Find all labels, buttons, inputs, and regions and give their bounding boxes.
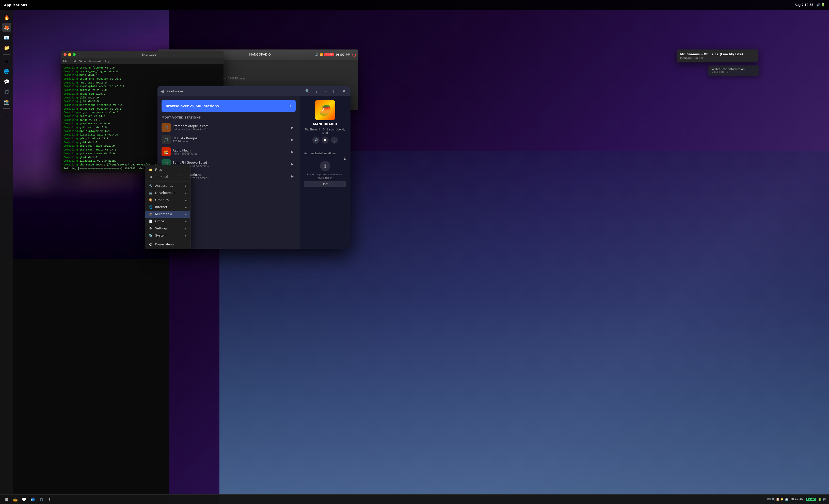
app-menu-arrow-development: ▶ (185, 192, 187, 194)
desktop: Applications Aug 7 10:35 🔊 🔋 🔥 🦊 📧 📁 ⚙ 🌐… (0, 0, 829, 504)
terminal-line-2: Compiling pretty_env_logger v0.4.0 (64, 70, 221, 74)
sidebar-icon-email[interactable]: 📧 (2, 33, 11, 42)
terminal-max-btn[interactable] (73, 53, 76, 56)
radio-bg-title: MANGORADIO (249, 53, 271, 56)
sw-browse-text: Browse over 25,500 stations (166, 104, 219, 108)
terminal-menu-edit[interactable]: Edit (71, 60, 76, 63)
sw-open-button[interactable]: Open (304, 181, 347, 187)
terminal-title: Shortsave (142, 53, 156, 56)
terminal-line-3: Compiling mdns v0.3.2 (64, 73, 221, 77)
app-menu-item-power[interactable]: ⏻ Power Menu (145, 241, 190, 248)
sw-station-play-2[interactable]: ▶ (289, 136, 296, 143)
v-sub: MANGORADIO 1.0 (711, 71, 756, 74)
sidebar: 🔥 🦊 📧 📁 ⚙ 🌐 💬 🎵 📸 ⋯ (0, 10, 13, 504)
sidebar-icon-music[interactable]: 🎵 (2, 87, 11, 96)
sw-divider-1 (304, 148, 347, 148)
sw-station-row-1[interactable]: 🎵 Prambors otopikus.com Indonesia (Java … (159, 121, 298, 133)
app-menu-item-office[interactable]: 📄 Office ▶ (145, 218, 190, 225)
app-menu-arrow-system: ▶ (185, 234, 187, 237)
taskbar-icon-4[interactable]: 🎵 (38, 496, 45, 503)
sidebar-icon-files[interactable]: 📁 (2, 43, 11, 52)
sidebar-icon-settings[interactable]: ⚙ (2, 56, 11, 66)
sw-station-play-5[interactable]: ▶ (289, 172, 296, 180)
sw-more-btn[interactable]: ⋮ (331, 137, 338, 144)
terminal-menu-help[interactable]: Help (104, 60, 110, 63)
app-menu-label-development: Development (155, 191, 176, 195)
app-menu-item-accessories[interactable]: 🔧 Accessories ▶ (145, 182, 190, 189)
sw-info-icon: ℹ (320, 161, 330, 171)
v-title: Verbraucherinformation (711, 68, 756, 71)
sw-station-info-2: REYFM - Bongnal 12376 Votes (173, 137, 287, 143)
app-menu-arrow-office: ▶ (185, 220, 187, 223)
app-menu-label-internet: Internet (155, 205, 167, 209)
app-menu-item-settings[interactable]: ⚙ Settings ▶ (145, 225, 190, 232)
taskbar-icon-apps[interactable]: ⊞ (3, 496, 10, 503)
sw-back-button[interactable]: ◀ (160, 89, 164, 94)
taskbar-icon-5[interactable]: ⬇ (46, 496, 53, 503)
app-menu-item-development[interactable]: 💻 Development ▶ (145, 189, 190, 196)
app-menu-sep (145, 181, 190, 182)
sw-station-row-2[interactable]: 🎵 REYFM - Bongnal 12376 Votes ▶ (159, 133, 298, 146)
sw-station-play-3[interactable]: ▶ (289, 148, 296, 155)
sw-menu-btn[interactable]: ⋮ (313, 87, 320, 95)
app-menu-label-files: Files (155, 168, 162, 171)
app-menu-item-multimedia[interactable]: 🎬 Multimedia ▶ (145, 210, 190, 218)
terminal-menu-file[interactable]: File (63, 60, 68, 63)
sidebar-sep-2 (3, 108, 10, 109)
terminal-menu-terminal[interactable]: Terminal (89, 60, 101, 63)
terminal-titlebar: Shortsave (61, 51, 223, 59)
radio-time: 03:07 PM (336, 53, 351, 56)
app-menu-label-graphics: Graphics (155, 198, 169, 202)
app-menu-icon-settings: ⚙ (149, 226, 153, 230)
app-menu-arrow-settings: ▶ (185, 227, 187, 230)
app-menu-item-terminal[interactable]: 🖥 Terminal (145, 173, 190, 181)
taskbar-icon-2[interactable]: 💬 (20, 496, 28, 503)
sw-station-row-3[interactable]: 📻 Radio Mechi India - 10289 Votes ▶ (159, 146, 298, 158)
sw-stop-btn[interactable]: ⏹ (322, 137, 329, 144)
radio-power-btn[interactable]: ⏻ (352, 52, 356, 57)
sidebar-icon-fire[interactable]: 🔥 (2, 13, 11, 22)
app-menu-icon-multimedia: 🎬 (149, 212, 153, 216)
sw-download-icon: ⬇ (344, 157, 347, 161)
app-menu-icon-files: 📁 (149, 168, 153, 172)
sidebar-icon-grid[interactable]: ⋯ (2, 111, 11, 120)
app-menu-arrow-multimedia: ▶ (185, 213, 187, 216)
sw-close-btn[interactable]: ✕ (340, 87, 348, 95)
sidebar-icon-firefox[interactable]: 🦊 (2, 23, 11, 32)
terminal-close-btn[interactable] (64, 53, 67, 56)
app-menu-icon-system: 🔩 (149, 233, 153, 237)
app-menu-sep-2 (145, 240, 190, 240)
taskbar-left: ⊞ 📻 💬 📬 🎵 ⬇ (3, 496, 53, 503)
app-menu-icon-internet: 🌐 (149, 205, 153, 209)
app-menu-item-system[interactable]: 🔩 System ▶ (145, 232, 190, 239)
sw-browse-banner[interactable]: Browse over 25,500 stations → (161, 100, 296, 112)
app-menu-icon-graphics: 🎨 (149, 198, 153, 202)
sw-station-name-3: Radio Mechi (173, 149, 287, 152)
app-menu-item-internet[interactable]: 🌐 Internet ▶ (145, 203, 190, 210)
taskbar-icon-3[interactable]: 📬 (29, 496, 36, 503)
sw-download-btn[interactable]: ⬇ (304, 157, 347, 161)
terminal-min-btn[interactable] (68, 53, 71, 56)
sidebar-icon-web[interactable]: 🌐 (2, 67, 11, 76)
sidebar-icon-chat[interactable]: 💬 (2, 77, 11, 86)
sw-station-play-4[interactable]: ▶ (289, 160, 296, 167)
menubar-right: Aug 7 10:35 🔊 🔋 (795, 3, 825, 7)
sw-volume-btn[interactable]: 🔊 (313, 137, 320, 144)
sw-playback-controls: 🔊 ⏹ ⋮ (313, 137, 338, 144)
sw-min-btn[interactable]: − (322, 87, 329, 95)
sw-station-icon-2: 🎵 (161, 135, 171, 144)
app-menu-item-files[interactable]: 📁 Files (145, 166, 190, 173)
sw-search-btn[interactable]: 🔍 (304, 87, 311, 95)
taskbar-icon-1[interactable]: 📻 (12, 496, 19, 503)
notification-popup: Mr. Shammi - Oh La La (Live My Life) MAN… (677, 49, 758, 63)
app-menu-item-graphics[interactable]: 🎨 Graphics ▶ (145, 196, 190, 203)
terminal-menubar: File Edit View Terminal Help (61, 59, 223, 64)
terminal-line-4: Compiling trust-dns-resolver v0.20.3 (64, 77, 221, 81)
sw-max-btn[interactable]: □ (331, 87, 338, 95)
terminal-menu-view[interactable]: View (79, 60, 86, 63)
app-menu-label-power: Power Menu (155, 243, 174, 246)
sw-station-play-1[interactable]: ▶ (289, 124, 296, 131)
sw-station-name-4: SomaFM Groove Salad (173, 161, 287, 164)
sidebar-icon-camera[interactable]: 📸 (2, 97, 11, 106)
app-menu-icon-development: 💻 (149, 191, 153, 195)
